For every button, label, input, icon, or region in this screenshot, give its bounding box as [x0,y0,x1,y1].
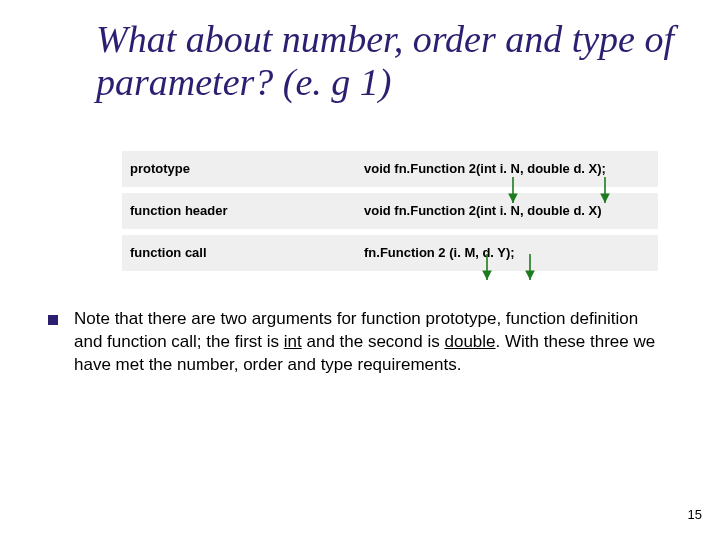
row-code: void fn.Function 2(int i. N, double d. X… [356,190,658,232]
note-keyword-int: int [284,332,302,351]
row-label: function header [122,190,356,232]
bullet-icon [48,315,58,325]
row-code: fn.Function 2 (i. M, d. Y); [356,232,658,274]
table-row: prototype void fn.Function 2(int i. N, d… [122,151,658,190]
code-table: prototype void fn.Function 2(int i. N, d… [122,151,658,277]
page-number: 15 [688,507,702,522]
note-text: Note that there are two arguments for fu… [74,308,670,377]
row-label: function call [122,232,356,274]
slide-title: What about number, order and type of par… [96,18,686,103]
note-segment: and the second is [302,332,445,351]
table-row: function call fn.Function 2 (i. M, d. Y)… [122,232,658,274]
note-keyword-double: double [444,332,495,351]
table-row: function header void fn.Function 2(int i… [122,190,658,232]
row-code: void fn.Function 2(int i. N, double d. X… [356,151,658,190]
row-label: prototype [122,151,356,190]
